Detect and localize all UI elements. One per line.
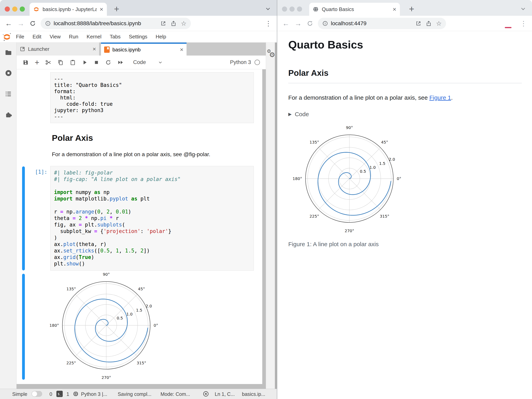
- back-button[interactable]: ←: [282, 20, 290, 27]
- back-button[interactable]: ←: [5, 20, 12, 27]
- simple-mode-toggle[interactable]: [32, 391, 42, 397]
- stop-icon[interactable]: [94, 60, 99, 65]
- jupyterlab-menubar: FileEditViewRunKernelTabsSettingsHelp: [0, 31, 277, 43]
- code-fold-label: Code: [295, 111, 309, 117]
- trust-circle-x-icon: [203, 391, 209, 397]
- svg-text:1.5: 1.5: [136, 308, 142, 313]
- doc-tab-launcher[interactable]: Launcher ×: [17, 43, 99, 55]
- new-tab-button[interactable]: +: [114, 4, 119, 14]
- cut-icon[interactable]: [45, 59, 51, 66]
- saving-status: Saving compl...: [118, 391, 152, 397]
- svg-text:225°: 225°: [66, 361, 76, 365]
- update-indicator: [505, 27, 512, 28]
- tab-search-chevron-icon[interactable]: [520, 6, 526, 12]
- add-cell-icon[interactable]: +: [35, 58, 39, 66]
- menu-view[interactable]: View: [45, 34, 65, 40]
- browser-menu-icon[interactable]: ⋮: [265, 19, 272, 27]
- markdown-heading: Polar Axis: [52, 133, 93, 143]
- doc-tab-notebook[interactable]: basics.ipynb ×: [101, 43, 187, 55]
- close-window-button[interactable]: [282, 6, 287, 12]
- kernel-name[interactable]: Python 3: [230, 59, 251, 65]
- open-in-new-icon[interactable]: [415, 20, 421, 26]
- chevron-down-icon[interactable]: [158, 60, 163, 65]
- copy-icon[interactable]: [57, 59, 64, 66]
- menu-kernel[interactable]: Kernel: [82, 34, 106, 40]
- open-in-new-icon[interactable]: [160, 20, 166, 26]
- zoom-window-button[interactable]: [20, 6, 25, 12]
- share-icon[interactable]: [426, 20, 432, 26]
- figure-1-link[interactable]: Figure 1: [429, 94, 451, 101]
- restart-kernel-icon[interactable]: [105, 59, 111, 66]
- svg-text:2.0: 2.0: [146, 304, 152, 308]
- browser-tab-quarto[interactable]: Quarto Basics ×: [309, 3, 400, 16]
- svg-text:180°: 180°: [293, 176, 302, 181]
- bookmark-star-icon[interactable]: ☆: [181, 20, 187, 27]
- forward-button[interactable]: →: [295, 20, 302, 27]
- svg-text:45°: 45°: [138, 287, 145, 291]
- zoom-window-button[interactable]: [297, 6, 302, 12]
- file-browser-icon[interactable]: [5, 49, 12, 56]
- extensions-puzzle-icon[interactable]: [5, 111, 12, 119]
- site-info-icon[interactable]: [322, 20, 328, 26]
- code-fold-toggle[interactable]: ▶ Code: [288, 111, 522, 117]
- menu-tabs[interactable]: Tabs: [106, 34, 125, 40]
- window-scrollbar[interactable]: [275, 43, 277, 389]
- close-tab-icon[interactable]: ×: [100, 6, 103, 12]
- section-heading: Polar Axis: [288, 68, 522, 83]
- address-bar[interactable]: localhost:4479 ☆: [318, 18, 446, 29]
- reload-button[interactable]: [307, 20, 313, 27]
- terminal-count[interactable]: 0: [50, 391, 52, 397]
- kernel-count[interactable]: 1: [66, 391, 69, 397]
- browser-tab-jupyterlab[interactable]: basics.ipynb - JupyterLab ×: [30, 3, 107, 16]
- menu-file[interactable]: File: [12, 34, 28, 40]
- tab-search-chevron-icon[interactable]: [265, 6, 271, 12]
- kernel-status-icon[interactable]: [254, 60, 260, 65]
- reload-button[interactable]: [30, 20, 36, 27]
- run-icon[interactable]: [82, 60, 88, 65]
- bookmark-star-icon[interactable]: ☆: [436, 20, 442, 27]
- svg-text:90°: 90°: [103, 272, 110, 277]
- quarto-browser-window: Quarto Basics × + ← → localhost:4479: [277, 0, 532, 399]
- close-tab-icon[interactable]: ×: [93, 46, 96, 52]
- jupyter-logo: [2, 32, 12, 42]
- svg-text:135°: 135°: [310, 140, 319, 145]
- close-tab-icon[interactable]: ×: [180, 46, 183, 53]
- menu-settings[interactable]: Settings: [125, 34, 152, 40]
- menu-run[interactable]: Run: [65, 34, 83, 40]
- fast-forward-icon[interactable]: [117, 60, 124, 65]
- jupyterlab-statusbar: Simple 0 $_ 1 Python 3 |... Saving compl…: [0, 389, 277, 399]
- markdown-paragraph: For a demonstration of a line plot on a …: [52, 151, 210, 158]
- close-tab-icon[interactable]: ×: [393, 6, 396, 12]
- share-icon[interactable]: [171, 20, 177, 26]
- site-info-icon[interactable]: [45, 20, 51, 26]
- minimize-window-button[interactable]: [12, 6, 17, 12]
- yaml-frontmatter-cell[interactable]: ---title: "Quarto Basics"format: html: c…: [50, 72, 254, 123]
- paste-icon[interactable]: [70, 59, 76, 66]
- table-of-contents-icon[interactable]: [5, 90, 12, 98]
- input-collapser-bar[interactable]: [22, 166, 25, 270]
- terminal-icon: $_: [56, 391, 63, 397]
- globe-icon: [313, 6, 319, 12]
- forward-button[interactable]: →: [17, 20, 25, 27]
- code-cell-editor[interactable]: #| label: fig-polar#| fig-cap: "A line p…: [50, 166, 254, 270]
- kernel-status-text[interactable]: Python 3 |...: [81, 391, 107, 397]
- running-kernels-icon[interactable]: [5, 69, 12, 77]
- svg-text:180°: 180°: [50, 323, 59, 328]
- menu-help[interactable]: Help: [152, 34, 170, 40]
- output-collapser-bar[interactable]: [22, 274, 25, 380]
- svg-text:1.0: 1.0: [127, 312, 133, 316]
- menu-edit[interactable]: Edit: [28, 34, 45, 40]
- close-window-button[interactable]: [5, 6, 10, 12]
- polar-plot-output: 0°45°90°135°180°225°270°315°0.51.01.52.0: [45, 272, 164, 382]
- minimize-window-button[interactable]: [290, 6, 295, 12]
- command-mode-status: Mode: Com...: [160, 391, 190, 397]
- browser-menu-icon[interactable]: ⋮: [520, 19, 527, 27]
- new-tab-button[interactable]: +: [409, 4, 414, 14]
- execution-count-prompt: [1]:: [28, 169, 47, 175]
- svg-text:1.0: 1.0: [369, 165, 376, 170]
- cell-type-dropdown[interactable]: Code: [133, 59, 146, 65]
- save-icon[interactable]: [22, 59, 29, 66]
- tab-title: basics.ipynb - JupyterLab: [43, 6, 97, 12]
- address-bar[interactable]: localhost:8888/lab/tree/basics.ipynb ☆: [41, 18, 191, 29]
- document-tabbar: Launcher × basics.ipynb ×: [17, 43, 266, 55]
